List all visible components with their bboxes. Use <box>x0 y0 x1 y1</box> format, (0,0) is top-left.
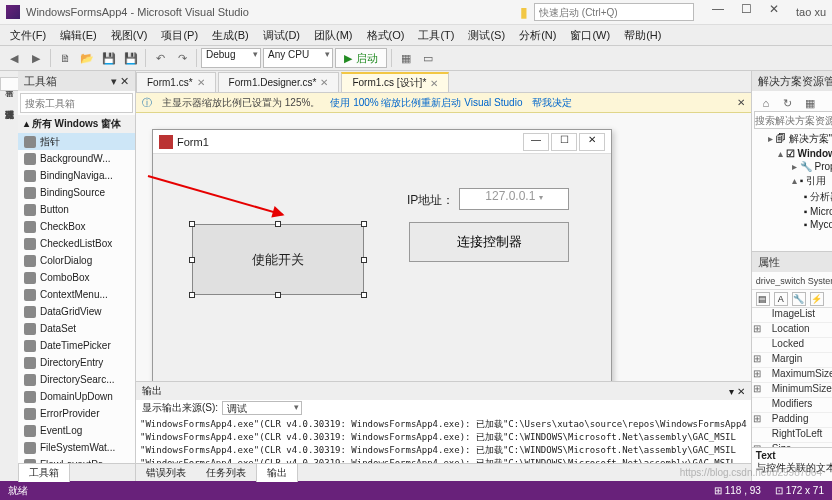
toolbox-item[interactable]: DateTimePicker <box>18 337 135 354</box>
toolbox-bottom-tab[interactable]: 工具箱 <box>18 463 70 482</box>
toolbox-search-input[interactable] <box>20 93 133 113</box>
save-icon[interactable]: 💾 <box>99 48 119 68</box>
close-button[interactable]: ✕ <box>760 2 788 22</box>
menu-item[interactable]: 测试(S) <box>462 26 511 45</box>
sol-showall-icon[interactable]: ▦ <box>800 93 820 113</box>
menu-item[interactable]: 编辑(E) <box>54 26 103 45</box>
nav-back-icon[interactable]: ◀ <box>4 48 24 68</box>
toolbox-item[interactable]: BindingSource <box>18 184 135 201</box>
menu-item[interactable]: 视图(V) <box>105 26 154 45</box>
property-row[interactable]: ImageList(无) <box>752 308 832 323</box>
new-icon[interactable]: 🗎 <box>55 48 75 68</box>
output-close-icon[interactable]: ▾ ✕ <box>729 386 745 397</box>
maximize-button[interactable]: ☐ <box>732 2 760 22</box>
info-link-help[interactable]: 帮我决定 <box>532 96 572 110</box>
toolbox-item[interactable]: DirectorySearc... <box>18 371 135 388</box>
quick-launch-input[interactable] <box>534 3 694 21</box>
form-titlebar: Form1 — ☐ ✕ <box>153 130 611 154</box>
left-tab-toolbox[interactable]: 工具箱 <box>0 77 18 91</box>
tab-close-icon[interactable]: ✕ <box>320 77 328 88</box>
nav-fwd-icon[interactable]: ▶ <box>26 48 46 68</box>
output-source-combo[interactable]: 调试 <box>222 401 302 415</box>
sol-home-icon[interactable]: ⌂ <box>756 93 776 113</box>
toolbox-item[interactable]: CheckedListBox <box>18 235 135 252</box>
toolbox-item[interactable]: ColorDialog <box>18 252 135 269</box>
toolbox-item[interactable]: EventLog <box>18 422 135 439</box>
ip-label[interactable]: IP地址： <box>407 192 454 209</box>
toolbox-item[interactable]: FlowLayoutPa... <box>18 456 135 463</box>
toolbox-item[interactable]: BindingNaviga... <box>18 167 135 184</box>
document-tab[interactable]: Form1.Designer.cs*✕ <box>218 72 340 92</box>
left-tab-test[interactable]: 测试资源管理器 <box>1 97 18 109</box>
property-row[interactable]: LockedFalse <box>752 338 832 353</box>
property-row[interactable]: ⊞MinimumSize0, 0 <box>752 383 832 398</box>
properties-grid[interactable]: ImageList(无)⊞Location118, 93LockedFalse⊞… <box>752 308 832 447</box>
saveall-icon[interactable]: 💾 <box>121 48 141 68</box>
notify-icon[interactable]: ▮ <box>520 4 528 20</box>
props-object[interactable]: drive_switch System.Windows.Forms.L <box>752 272 832 290</box>
toolbox-item[interactable]: BackgroundW... <box>18 150 135 167</box>
toolbox-item[interactable]: CheckBox <box>18 218 135 235</box>
info-link-restart[interactable]: 使用 100% 缩放比例重新启动 Visual Studio <box>330 96 522 110</box>
open-icon[interactable]: 📂 <box>77 48 97 68</box>
menu-item[interactable]: 工具(T) <box>412 26 460 45</box>
align-icon[interactable]: ▦ <box>396 48 416 68</box>
config-combo[interactable]: Debug <box>201 48 261 68</box>
menu-item[interactable]: 格式(O) <box>361 26 411 45</box>
property-row[interactable]: ⊞Margin3, 3, 3, 3 <box>752 353 832 368</box>
pin-icon[interactable]: ▾ ✕ <box>111 75 129 88</box>
tab-close-icon[interactable]: ✕ <box>197 77 205 88</box>
menu-item[interactable]: 分析(N) <box>513 26 562 45</box>
solution-search-input[interactable] <box>754 111 832 129</box>
menu-item[interactable]: 生成(B) <box>206 26 255 45</box>
toolbox-category[interactable]: ▴ 所有 Windows 窗体 <box>18 115 135 133</box>
property-row[interactable]: ⊞Location118, 93 <box>752 323 832 338</box>
props-event-icon[interactable]: ⚡ <box>810 292 824 306</box>
form-designer[interactable]: Form1 — ☐ ✕ 使能开关 IP地址： 127.0.0.1 ▾ 连接控制器 <box>136 113 751 381</box>
toolbox-item[interactable]: ContextMenu... <box>18 286 135 303</box>
props-cat-icon[interactable]: ▤ <box>756 292 770 306</box>
redo-icon[interactable]: ↷ <box>172 48 192 68</box>
bottom-tab[interactable]: 任务列表 <box>196 464 256 482</box>
menu-item[interactable]: 项目(P) <box>155 26 204 45</box>
toolbox-item[interactable]: DataGridView <box>18 303 135 320</box>
tab-close-icon[interactable]: ✕ <box>430 78 438 89</box>
props-prop-icon[interactable]: 🔧 <box>792 292 806 306</box>
toolbox-item[interactable]: Button <box>18 201 135 218</box>
minimize-button[interactable]: — <box>704 2 732 22</box>
platform-combo[interactable]: Any CPU <box>263 48 333 68</box>
form-window[interactable]: Form1 — ☐ ✕ 使能开关 IP地址： 127.0.0.1 ▾ 连接控制器 <box>152 129 612 381</box>
toolbox-item[interactable]: ErrorProvider <box>18 405 135 422</box>
connect-button[interactable]: 连接控制器 <box>409 222 569 262</box>
property-row[interactable]: ⊞Padding0, 0, 0, 0 <box>752 413 832 428</box>
toolbox-item[interactable]: 指针 <box>18 133 135 150</box>
toolbox-item[interactable]: FileSystemWat... <box>18 439 135 456</box>
selected-control-drive-switch[interactable]: 使能开关 <box>192 224 364 295</box>
bottom-tab[interactable]: 错误列表 <box>136 464 196 482</box>
document-tab[interactable]: Form1.cs [设计]*✕ <box>341 72 449 92</box>
menu-item[interactable]: 帮助(H) <box>618 26 667 45</box>
start-debug-button[interactable]: ▶ 启动 <box>335 48 387 68</box>
toolbox-item[interactable]: DirectoryEntry <box>18 354 135 371</box>
output-text[interactable]: "WindowsFormsApp4.exe"(CLR v4.0.30319: W… <box>136 416 751 463</box>
document-tab[interactable]: Form1.cs*✕ <box>136 72 216 92</box>
toolbox-item[interactable]: ComboBox <box>18 269 135 286</box>
menu-item[interactable]: 团队(M) <box>308 26 359 45</box>
sol-refresh-icon[interactable]: ↻ <box>778 93 798 113</box>
property-row[interactable]: ⊞MaximumSize0, 0 <box>752 368 832 383</box>
property-row[interactable]: RightToLeftNo <box>752 428 832 443</box>
group-icon[interactable]: ▭ <box>418 48 438 68</box>
props-az-icon[interactable]: A <box>774 292 788 306</box>
ip-input[interactable]: 127.0.0.1 ▾ <box>459 188 569 210</box>
solution-tree[interactable]: ▸🗐 解决方案"WindowsFormsApp4"(1 ▴☑ WindowsFo… <box>752 131 832 251</box>
toolbox-item[interactable]: DataSet <box>18 320 135 337</box>
menu-item[interactable]: 文件(F) <box>4 26 52 45</box>
property-row[interactable]: ModifiersPrivate <box>752 398 832 413</box>
undo-icon[interactable]: ↶ <box>150 48 170 68</box>
menu-item[interactable]: 窗口(W) <box>564 26 616 45</box>
menu-item[interactable]: 调试(D) <box>257 26 306 45</box>
document-tabs: Form1.cs*✕Form1.Designer.cs*✕Form1.cs [设… <box>136 71 751 93</box>
toolbox-item[interactable]: DomainUpDown <box>18 388 135 405</box>
bottom-tab[interactable]: 输出 <box>256 463 298 482</box>
info-close-icon[interactable]: ✕ <box>737 97 745 108</box>
